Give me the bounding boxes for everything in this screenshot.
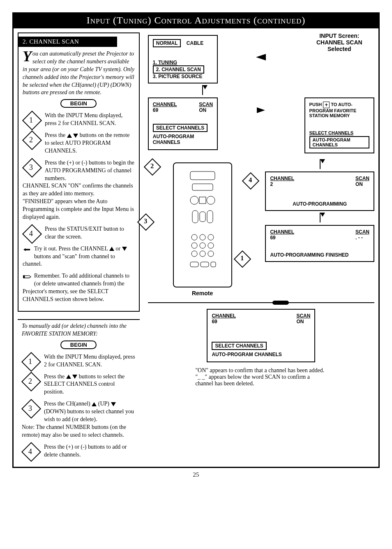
step-marker-4: 4 — [21, 442, 41, 462]
svg-rect-8 — [207, 211, 213, 223]
begin-button[interactable]: BEGIN — [60, 341, 97, 349]
svg-rect-2 — [192, 184, 213, 190]
step-1b: 1 With the INPUT Menu displayed, press 2… — [18, 353, 140, 369]
caption-input-screen: INPUT Screen: CHANNEL SCAN Selected — [304, 32, 374, 52]
step-marker-3: 3 — [22, 158, 42, 178]
channel-scan-screen: CHANNEL69 SCANON SELECT CHANNELS AUTO-PR… — [148, 97, 218, 150]
page-number: 25 — [12, 471, 380, 478]
step-marker-4: 4 — [22, 224, 42, 244]
menu-channel-scan: 2. CHANNEL SCAN — [153, 65, 204, 74]
manual-intro: To manually add (or delete) channels int… — [18, 320, 140, 338]
svg-rect-19 — [201, 262, 209, 267]
select-channels-screen: CHANNEL69 SCANON SELECT CHANNELS AUTO-PR… — [207, 309, 315, 362]
svg-rect-20 — [211, 262, 216, 267]
callout-1: 1 — [234, 250, 251, 268]
step-2: 2 Press the buttons on the remote to sel… — [23, 132, 135, 155]
step-marker-3: 3 — [21, 399, 41, 419]
step-marker-1: 1 — [21, 352, 41, 372]
begin-button[interactable]: BEGIN — [60, 99, 97, 108]
remote-diagram — [173, 162, 232, 287]
step-3: 3 Press the (+) or (-) buttons to begin … — [23, 159, 135, 221]
down-arrow-icon — [73, 134, 78, 138]
step-4b: 4 Press the (+) or (-) buttons to add or… — [18, 443, 140, 459]
dropcap: Y — [23, 50, 32, 63]
up-arrow-icon — [109, 247, 114, 251]
left-arrow-icon — [256, 54, 266, 60]
callout-3: 3 — [137, 213, 154, 231]
callout-2: 2 — [144, 158, 161, 176]
up-arrow-icon — [66, 375, 71, 379]
svg-point-3 — [190, 196, 198, 204]
svg-point-15 — [191, 251, 197, 257]
plus-icon: + — [323, 102, 330, 108]
svg-rect-4 — [199, 197, 206, 204]
section-header-channel-scan: 2. CHANNEL SCAN — [18, 37, 117, 47]
svg-point-17 — [208, 251, 214, 257]
page-body: 2. CHANNEL SCAN You can automatically pr… — [12, 28, 380, 468]
step-marker-2: 2 — [21, 371, 41, 391]
step-2b: 2 Press the buttons to select the SELECT… — [18, 373, 140, 396]
push-instruction-screen: PUSH + TO AUTO-PROGRAM FAVORITE STATION … — [304, 97, 374, 153]
step-4: 4 Press the STATUS/EXIT button to clear … — [23, 225, 135, 241]
callout-4: 4 — [242, 172, 259, 190]
section-favorite-station: To manually add (or delete) channels int… — [18, 319, 140, 459]
input-screen: NORMAL CABLE 1. TUNING 2. CHANNEL SCAN 3… — [148, 35, 218, 83]
svg-point-5 — [207, 196, 215, 204]
right-column: NORMAL CABLE 1. TUNING 2. CHANNEL SCAN 3… — [148, 32, 374, 463]
svg-rect-6 — [192, 211, 198, 223]
right-arrow-icon — [257, 107, 265, 113]
svg-point-12 — [191, 243, 197, 248]
remember-note: Remember. To add additional channels to … — [23, 272, 135, 303]
hand-point-icon — [23, 273, 32, 280]
page-header: Input (Tuning) Control Adjustments (cont… — [12, 12, 380, 28]
step-3b: 3 Press the CH(annel) (UP) (DOWN) button… — [18, 400, 140, 439]
auto-prog-screen-finished: CHANNEL69 SCAN. - - AUTO-PROGRAMMING FIN… — [265, 225, 374, 262]
step-1: 1 With the INPUT Menu displayed, press 2… — [23, 112, 135, 127]
svg-point-10 — [200, 234, 205, 240]
svg-point-11 — [208, 234, 214, 240]
up-arrow-icon — [67, 134, 72, 138]
svg-point-16 — [200, 251, 205, 257]
section-divider-icon — [148, 302, 374, 303]
remote-label: Remote — [148, 290, 257, 297]
try-it-note: Try it out. Press the CHANNEL or buttons… — [23, 245, 135, 269]
step-marker-1: 1 — [22, 111, 42, 130]
normal-indicator: NORMAL — [153, 39, 181, 47]
svg-rect-1 — [190, 171, 215, 180]
svg-rect-18 — [190, 262, 198, 267]
svg-rect-7 — [200, 212, 205, 222]
svg-point-13 — [200, 243, 205, 248]
step-marker-2: 2 — [22, 130, 42, 150]
svg-point-14 — [208, 243, 214, 248]
intro-text: You can automatically preset the Project… — [23, 50, 135, 97]
down-arrow-icon — [111, 402, 116, 406]
auto-prog-screen-2: CHANNEL2 SCANON AUTO-PROGRAMMING — [265, 171, 374, 211]
svg-point-9 — [191, 234, 197, 240]
left-column: 2. CHANNEL SCAN You can automatically pr… — [18, 32, 140, 463]
bottom-notes: "ON" appears to confirm that a channel h… — [195, 367, 327, 387]
hand-icon — [23, 246, 32, 253]
up-arrow-icon — [92, 402, 97, 406]
down-arrow-icon — [122, 247, 127, 251]
down-arrow-icon — [72, 375, 77, 379]
